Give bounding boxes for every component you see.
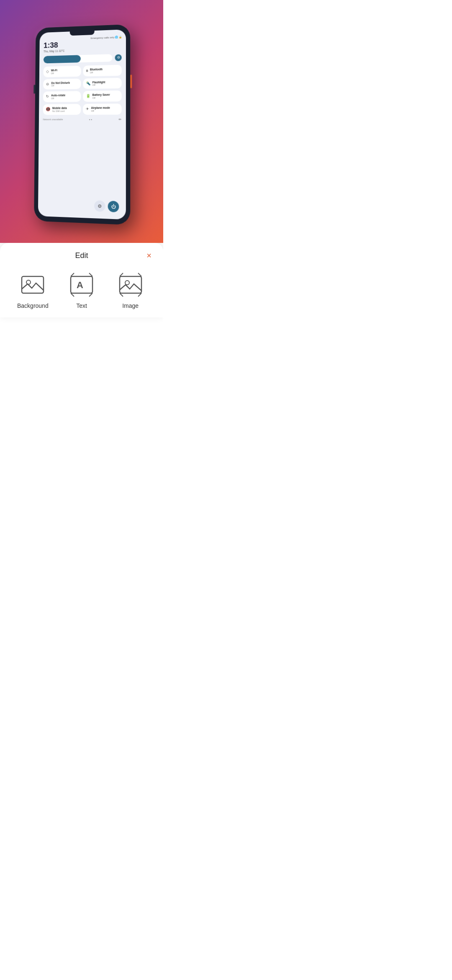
- bluetooth-icon: ʙ: [86, 68, 88, 72]
- dnd-icon: ⊖: [46, 82, 49, 86]
- screen-bottom: Network unavailable ● ● ✏: [43, 117, 121, 122]
- image-label: Image: [122, 302, 139, 309]
- edit-panel: Edit × Background: [0, 243, 163, 317]
- flashlight-icon: 🔦: [86, 81, 90, 85]
- mobile-status: No SIM card: [52, 110, 67, 112]
- edit-panel-header: Edit ×: [8, 250, 155, 261]
- phone-mockup: Emergency calls only 🌐 🔒 1:38 Thu, May 1…: [34, 24, 130, 225]
- svg-point-13: [125, 281, 129, 285]
- tile-bluetooth[interactable]: ʙ Bluetooth Off: [83, 64, 122, 76]
- svg-text:A: A: [77, 280, 83, 290]
- tile-wifi[interactable]: ◇ Wi-Fi Off: [43, 66, 81, 77]
- brightness-slider[interactable]: [44, 54, 113, 63]
- background-label: Background: [17, 302, 49, 309]
- rotate-status: Off: [51, 97, 65, 100]
- phone-screen: Emergency calls only 🌐 🔒 1:38 Thu, May 1…: [38, 29, 126, 219]
- rotate-icon: ↻: [46, 95, 49, 99]
- page-dots: ● ●: [89, 118, 92, 121]
- mobile-icon: 📵: [46, 107, 50, 111]
- svg-rect-0: [22, 276, 44, 293]
- tile-airplane[interactable]: ✈ Airplane mode Off: [83, 104, 122, 115]
- screen-content: Emergency calls only 🌐 🔒 1:38 Thu, May 1…: [39, 29, 126, 126]
- flashlight-status: Off: [92, 84, 105, 86]
- airplane-status: Off: [91, 110, 110, 112]
- tile-flashlight[interactable]: 🔦 Flashlight Off: [83, 77, 122, 89]
- quick-tiles-grid: ◇ Wi-Fi Off ʙ Bluetooth Off: [43, 64, 122, 115]
- svg-point-1: [26, 280, 31, 284]
- battery-icon: 🔋: [86, 94, 90, 98]
- edit-pencil-icon[interactable]: ✏: [119, 118, 122, 121]
- svg-rect-8: [120, 276, 141, 293]
- image-option-icon: [117, 271, 144, 298]
- wifi-icon: ◇: [46, 69, 49, 73]
- background-option-icon: [19, 271, 46, 298]
- bluetooth-status: Off: [90, 71, 103, 74]
- brightness-bar[interactable]: ⚙: [44, 54, 122, 63]
- emergency-text: Emergency calls only: [91, 36, 115, 39]
- airplane-icon: ✈: [86, 107, 89, 111]
- tile-battery-saver[interactable]: 🔋 Battery Saver Off: [83, 90, 122, 102]
- brightness-icon: ⚙: [115, 54, 122, 61]
- tile-mobile-data[interactable]: 📵 Mobile data No SIM card: [43, 104, 81, 115]
- text-option-icon: A: [68, 271, 95, 298]
- tile-auto-rotate[interactable]: ↻ Auto-rotate Off: [43, 91, 81, 102]
- edit-option-background[interactable]: Background: [8, 271, 57, 309]
- network-text: Network unavailable: [43, 119, 63, 121]
- wifi-status: Off: [51, 72, 57, 75]
- edit-option-text[interactable]: A Text: [57, 271, 106, 309]
- dnd-status: Off: [51, 84, 69, 87]
- edit-option-image[interactable]: Image: [106, 271, 155, 309]
- mobile-title: Mobile data: [52, 107, 67, 110]
- edit-options: Background A Text: [8, 271, 155, 309]
- background-gradient: Emergency calls only 🌐 🔒 1:38 Thu, May 1…: [0, 0, 163, 243]
- status-icons: 🌐 🔒: [114, 36, 122, 39]
- power-button: [130, 75, 132, 88]
- edit-panel-title: Edit: [20, 251, 143, 260]
- brightness-fill: [44, 55, 81, 63]
- close-button[interactable]: ×: [143, 250, 155, 261]
- tile-dnd[interactable]: ⊖ Do Not Disturb Off: [43, 78, 81, 90]
- text-label: Text: [76, 302, 87, 309]
- battery-status: Off: [92, 97, 110, 99]
- phone-bottom-buttons: ⚙ ⏻: [94, 200, 119, 212]
- volume-button: [33, 85, 35, 93]
- power-button-screen[interactable]: ⏻: [108, 201, 119, 212]
- settings-button[interactable]: ⚙: [94, 200, 105, 212]
